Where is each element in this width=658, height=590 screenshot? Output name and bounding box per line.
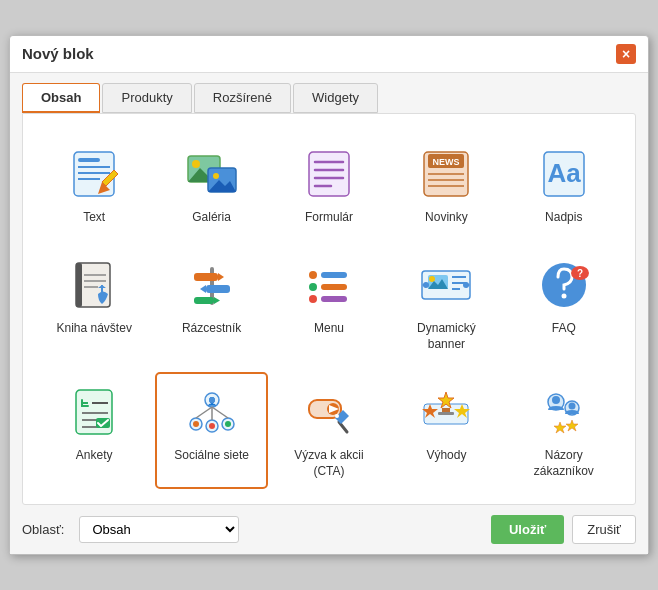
svg-marker-95 — [566, 420, 578, 431]
svg-marker-39 — [214, 297, 220, 304]
svg-marker-35 — [218, 273, 224, 281]
svg-line-74 — [212, 407, 228, 418]
svg-line-73 — [196, 407, 212, 418]
footer-actions: Uložiť Zrušiť — [491, 515, 636, 544]
svg-point-78 — [225, 421, 231, 427]
faq-icon: ? — [534, 255, 594, 315]
svg-marker-37 — [200, 285, 206, 293]
svg-text:?: ? — [577, 268, 583, 279]
block-label-novinky: Novinky — [425, 210, 468, 226]
tab-produkty[interactable]: Produkty — [102, 83, 191, 113]
svg-point-8 — [192, 160, 200, 168]
svg-text:NEWS: NEWS — [433, 157, 460, 167]
svg-rect-41 — [321, 272, 347, 278]
svg-point-58 — [561, 294, 566, 299]
tab-obsah[interactable]: Obsah — [22, 83, 100, 113]
tab-widgety[interactable]: Widgety — [293, 83, 378, 113]
svg-point-93 — [568, 403, 575, 410]
svg-point-83 — [335, 414, 339, 418]
heading-icon: Aa — [534, 144, 594, 204]
tab-rozsirene[interactable]: Rozšírené — [194, 83, 291, 113]
block-item-ankety[interactable]: Ankety — [38, 372, 150, 489]
svg-point-11 — [213, 173, 219, 179]
svg-rect-87 — [438, 412, 454, 415]
tab-bar: Obsah Produkty Rozšírené Widgety — [10, 73, 648, 113]
save-button[interactable]: Uložiť — [491, 515, 564, 544]
block-item-vyhody[interactable]: Výhody — [390, 372, 502, 489]
dialog-title: Nový blok — [22, 45, 94, 62]
svg-point-91 — [552, 396, 560, 404]
svg-point-44 — [309, 295, 317, 303]
svg-rect-38 — [194, 297, 214, 304]
block-item-razcestnik[interactable]: Rázcestník — [155, 245, 267, 362]
text-icon — [64, 144, 124, 204]
svg-point-42 — [309, 283, 317, 291]
block-item-text[interactable]: Text — [38, 134, 150, 236]
survey-icon — [64, 382, 124, 442]
block-item-dynamicky-banner[interactable]: Dynamický banner — [390, 245, 502, 362]
block-label-text: Text — [83, 210, 105, 226]
block-item-vyzva-k-akcii[interactable]: Výzva k akcii (CTA) — [273, 372, 385, 489]
crossroad-icon — [182, 255, 242, 315]
block-item-formular[interactable]: Formulár — [273, 134, 385, 236]
block-label-razcestnik: Rázcestník — [182, 321, 241, 337]
benefits-icon — [416, 382, 476, 442]
block-item-menu[interactable]: Menu — [273, 245, 385, 362]
svg-rect-34 — [194, 273, 218, 281]
news-icon: NEWS — [416, 144, 476, 204]
guestbook-icon — [64, 255, 124, 315]
block-label-formular: Formulár — [305, 210, 353, 226]
cta-icon — [299, 382, 359, 442]
block-item-kniha-navstev[interactable]: Kniha návštev — [38, 245, 150, 362]
block-item-nazory-zakaznikov[interactable]: Názory zákazníkov — [508, 372, 620, 489]
close-button[interactable]: × — [616, 44, 636, 64]
block-item-nadpis[interactable]: Aa Nadpis — [508, 134, 620, 236]
block-item-galeria[interactable]: Galéria — [155, 134, 267, 236]
dynamic-banner-icon — [416, 255, 476, 315]
svg-rect-43 — [321, 284, 347, 290]
block-label-menu: Menu — [314, 321, 344, 337]
oblast-label: Oblasť: — [22, 522, 64, 537]
svg-marker-94 — [554, 422, 566, 433]
gallery-icon — [182, 144, 242, 204]
block-label-nadpis: Nadpis — [545, 210, 582, 226]
content-area: Text Galéria — [22, 113, 636, 506]
svg-rect-13 — [309, 152, 349, 196]
block-label-vyzva-k-akcii: Výzva k akcii (CTA) — [280, 448, 378, 479]
svg-point-40 — [309, 271, 317, 279]
svg-rect-1 — [78, 158, 100, 162]
block-label-nazory-zakaznikov: Názory zákazníkov — [515, 448, 613, 479]
svg-rect-45 — [321, 296, 347, 302]
new-block-dialog: Nový blok × Obsah Produkty Rozšírené Wid… — [9, 35, 649, 556]
oblast-select[interactable]: Obsah Hlavička Pätička — [79, 516, 239, 543]
block-label-ankety: Ankety — [76, 448, 113, 464]
block-grid: Text Galéria — [38, 134, 620, 490]
block-label-socialne-siete: Sociálne siete — [174, 448, 249, 464]
svg-rect-27 — [76, 263, 82, 307]
svg-rect-86 — [442, 408, 450, 412]
svg-rect-36 — [206, 285, 230, 293]
block-label-galeria: Galéria — [192, 210, 231, 226]
block-label-vyhody: Výhody — [426, 448, 466, 464]
social-networks-icon: 👤 — [182, 382, 242, 442]
dialog-footer: Oblasť: Obsah Hlavička Pätička Uložiť Zr… — [10, 505, 648, 554]
cancel-button[interactable]: Zrušiť — [572, 515, 636, 544]
svg-text:Aa: Aa — [547, 158, 581, 188]
block-label-dynamicky-banner: Dynamický banner — [397, 321, 495, 352]
block-item-faq[interactable]: ? FAQ — [508, 245, 620, 362]
form-icon — [299, 144, 359, 204]
block-label-kniha-navstev: Kniha návštev — [57, 321, 132, 337]
block-label-faq: FAQ — [552, 321, 576, 337]
menu-icon — [299, 255, 359, 315]
dialog-titlebar: Nový blok × — [10, 36, 648, 73]
svg-point-79 — [209, 423, 215, 429]
svg-point-76 — [209, 397, 215, 403]
reviews-icon — [534, 382, 594, 442]
svg-point-77 — [193, 421, 199, 427]
block-item-novinky[interactable]: NEWS Novinky — [390, 134, 502, 236]
block-item-socialne-siete[interactable]: 👤 Sociálne siete — [155, 372, 267, 489]
